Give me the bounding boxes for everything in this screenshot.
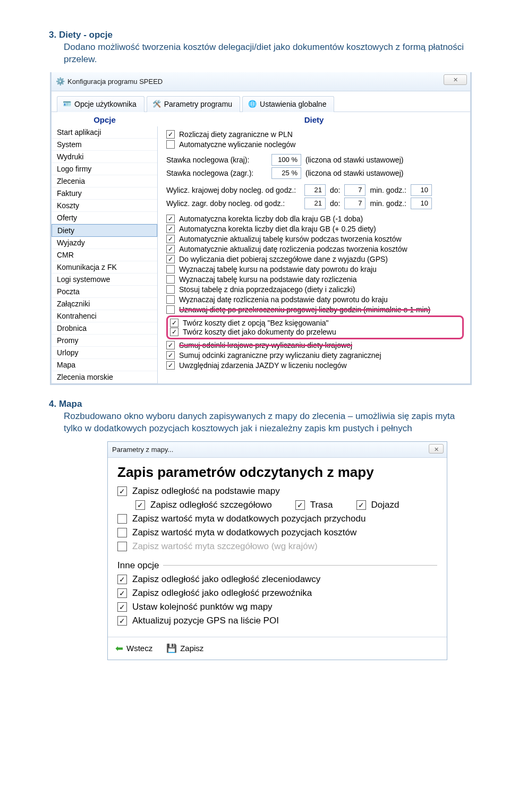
label: min. godz.: xyxy=(370,186,406,194)
card-icon: 🪪 xyxy=(63,100,71,108)
label: Stawka noclegowa (kraj): xyxy=(166,156,267,164)
label: min. godz.: xyxy=(370,199,406,208)
option-list-item[interactable]: Drobnica xyxy=(52,322,157,335)
tab-label: Ustawienia globalne xyxy=(260,100,326,108)
section4-body: Rozbudowano okno wyboru danych zapisywan… xyxy=(64,411,473,435)
checkbox[interactable] xyxy=(135,500,145,510)
checkbox[interactable] xyxy=(166,351,175,360)
option-list-item[interactable]: Zlecenia morskie xyxy=(52,371,157,383)
checkbox[interactable] xyxy=(166,140,175,149)
speed-config-window: ⚙️ Konfiguracja programu SPEED ✕ 🪪 Opcje… xyxy=(50,72,472,385)
od-godz-kraj-input[interactable]: 21 xyxy=(304,184,326,196)
label: Wylicz. zagr. doby nocleg. od godz.: xyxy=(166,199,300,208)
option-list-item[interactable]: Koszty xyxy=(52,200,157,212)
checkbox[interactable] xyxy=(166,295,175,304)
label: Automatycznie aktualizuj datę rozliczeni… xyxy=(179,245,407,253)
label: Stosuj tabelę z dnia poprzedzajacego (di… xyxy=(179,285,355,294)
divider xyxy=(163,565,437,566)
checkbox[interactable] xyxy=(166,255,175,263)
checkbox[interactable] xyxy=(117,588,127,598)
do-godz-zagr-input[interactable]: 7 xyxy=(344,198,366,209)
checkbox[interactable] xyxy=(166,285,175,294)
option-list-item[interactable]: Mapa xyxy=(52,359,157,371)
option-list-item[interactable]: Oferty xyxy=(52,212,157,224)
min-godz-zagr-input[interactable]: 10 xyxy=(411,198,432,209)
tabbar: 🪪 Opcje użytkownika 🛠️ Parametry program… xyxy=(52,91,470,112)
checkbox[interactable] xyxy=(166,361,175,370)
checkbox[interactable] xyxy=(166,245,175,253)
do-godz-kraj-input[interactable]: 7 xyxy=(344,184,366,196)
option-list-item[interactable]: Poczta xyxy=(52,286,157,298)
label: (liczona od stawki ustawowej) xyxy=(305,156,403,164)
label: Wylicz. krajowej doby nocleg. od godz.: xyxy=(166,186,300,194)
label: Sumuj odcinki zagraniczne przy wyliczani… xyxy=(179,351,381,360)
option-list-item[interactable]: Komunikacja z FK xyxy=(52,261,157,273)
option-list-item[interactable]: System xyxy=(52,139,157,151)
option-list-item[interactable]: Wydruki xyxy=(52,151,157,163)
section3-heading: 3. Diety - opcje xyxy=(49,30,473,40)
option-list-item[interactable]: CMR xyxy=(52,249,157,261)
label: Dojazd xyxy=(371,500,400,510)
option-list-item[interactable]: Wyjazdy xyxy=(52,237,157,249)
checkbox[interactable] xyxy=(166,305,175,314)
option-list-item[interactable]: Kontrahenci xyxy=(52,310,157,322)
option-list-item[interactable]: Diety xyxy=(52,224,157,237)
diety-pane: Rozliczaj diety zagraniczne w PLN Automa… xyxy=(158,126,470,383)
checkbox[interactable] xyxy=(170,328,178,336)
label: Wyznaczaj datę rozliczenia na podstawie … xyxy=(179,295,388,304)
globe-icon: 🌐 xyxy=(248,100,257,108)
checkbox[interactable] xyxy=(295,500,305,510)
option-list-item[interactable]: Logi systemowe xyxy=(52,273,157,286)
checkbox[interactable] xyxy=(117,486,127,496)
label: Uznawaj dietę po przekroczeniu progowej … xyxy=(179,305,430,314)
checkbox[interactable] xyxy=(166,130,175,139)
back-button[interactable]: ⬅ Wstecz xyxy=(115,643,152,654)
checkbox[interactable] xyxy=(166,235,175,243)
min-godz-kraj-input[interactable]: 10 xyxy=(411,184,432,196)
checkbox[interactable] xyxy=(166,225,175,233)
checkbox[interactable] xyxy=(117,514,127,524)
option-list-item[interactable]: Logo firmy xyxy=(52,163,157,175)
label: do: xyxy=(330,186,340,194)
fieldset-legend: Inne opcje xyxy=(117,560,437,571)
window-title: Konfiguracja programu SPEED xyxy=(67,78,163,86)
tab-ustawienia-globalne[interactable]: 🌐 Ustawienia globalne xyxy=(242,96,334,112)
close-button[interactable]: ✕ xyxy=(429,444,444,454)
od-godz-zagr-input[interactable]: 21 xyxy=(304,198,326,209)
checkbox[interactable] xyxy=(117,575,127,584)
option-list-item[interactable]: Promy xyxy=(52,335,157,347)
checkbox[interactable] xyxy=(356,500,366,510)
label: Zapisz odległość na podstawie mapy xyxy=(132,486,280,497)
label: Ustaw kolejność punktów wg mapy xyxy=(132,602,273,612)
map-params-window: Parametry z mapy... ✕ Zapis parametrów o… xyxy=(107,441,447,660)
close-button[interactable]: ✕ xyxy=(444,74,467,85)
checkbox[interactable] xyxy=(166,215,175,223)
label: Automatyczna korekta liczby diet dla kra… xyxy=(179,225,376,233)
option-list-item[interactable]: Start aplikacji xyxy=(52,126,157,139)
checkbox[interactable] xyxy=(166,275,175,284)
button-label: Zapisz xyxy=(180,644,203,653)
option-list-item[interactable]: Zlecenia xyxy=(52,175,157,187)
titlebar: Parametry z mapy... ✕ xyxy=(108,442,447,458)
option-list-item[interactable]: Załączniki xyxy=(52,298,157,310)
checkbox[interactable] xyxy=(166,265,175,273)
label: Uwzględniaj zdarzenia JAZDY w liczeniu n… xyxy=(179,361,347,370)
label: (liczona od stawki ustawowej) xyxy=(305,169,403,177)
tab-parametry-programu[interactable]: 🛠️ Parametry programu xyxy=(147,96,240,112)
checkbox[interactable] xyxy=(117,602,127,612)
label: Zapisz odległość jako odległość zlecenio… xyxy=(132,574,320,585)
options-list: Start aplikacjiSystemWydrukiLogo firmyZl… xyxy=(52,126,158,383)
save-button[interactable]: 💾 Zapisz xyxy=(166,643,203,653)
stawka-zagr-input[interactable]: 25 % xyxy=(271,167,301,179)
section3-body: Dodano możliwość tworzenia kosztów deleg… xyxy=(64,41,473,66)
option-list-item[interactable]: Urlopy xyxy=(52,347,157,359)
checkbox[interactable] xyxy=(170,319,178,327)
stawka-kraj-input[interactable]: 100 % xyxy=(271,154,301,166)
checkbox[interactable] xyxy=(117,616,127,626)
tab-opcje-uzytkownika[interactable]: 🪪 Opcje użytkownika xyxy=(57,96,144,112)
checkbox[interactable] xyxy=(117,528,127,537)
label: Stawka noclegowa (zagr.): xyxy=(166,169,267,177)
option-list-item[interactable]: Faktury xyxy=(52,187,157,200)
checkbox[interactable] xyxy=(166,341,175,349)
label: Automatyczne wyliczanie noclegów xyxy=(179,140,295,149)
